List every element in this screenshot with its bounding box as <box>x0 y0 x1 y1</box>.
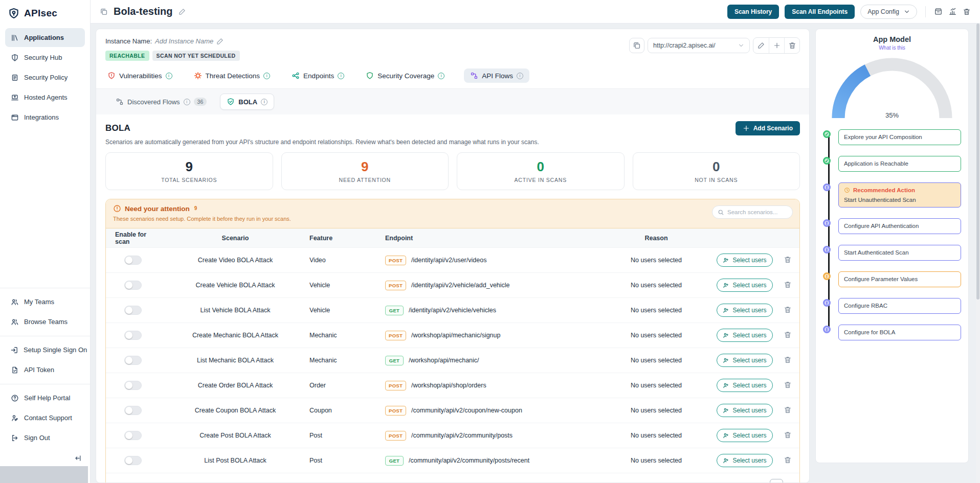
tab-discovered-flows[interactable]: Discovered Flows i 36 <box>109 94 213 109</box>
what-is-this-link[interactable]: What is this <box>816 45 968 51</box>
enable-scan-toggle[interactable] <box>124 281 142 290</box>
checklist-step[interactable]: Application is Reachable <box>838 156 961 172</box>
page-next-icon[interactable]: › <box>789 481 792 483</box>
sidebar-item-integrations[interactable]: Integrations <box>5 108 85 127</box>
add-url-button[interactable] <box>769 38 784 53</box>
tab-security-coverage[interactable]: Security Coveragei <box>364 68 447 83</box>
search-input[interactable] <box>727 209 787 215</box>
select-users-button[interactable]: Select users <box>717 404 772 417</box>
checklist-step[interactable]: Configure RBAC <box>838 298 961 314</box>
pencil-icon <box>758 42 765 49</box>
delete-row-icon[interactable] <box>784 431 792 439</box>
delete-app-icon[interactable] <box>963 8 971 16</box>
select-users-button[interactable]: Select users <box>717 454 772 467</box>
scan-all-endpoints-button[interactable]: Scan All Endpoints <box>785 5 855 19</box>
select-users-button[interactable]: Select users <box>717 254 772 267</box>
copy-icon[interactable] <box>100 8 108 16</box>
delete-row-icon[interactable] <box>784 331 792 339</box>
sidebar-item-my-teams[interactable]: My Teams <box>5 292 85 311</box>
sidebar-item-security-hub[interactable]: Security Hub <box>5 48 85 67</box>
app-config-button[interactable]: App Config <box>860 5 917 19</box>
sidebar-item-browse-teams[interactable]: Browse Teams <box>5 312 85 331</box>
delete-url-button[interactable] <box>784 38 799 53</box>
trash-icon <box>788 41 796 50</box>
stat-label: NOT IN SCANS <box>695 177 738 183</box>
sidebar-item-label: API Token <box>24 366 54 374</box>
tab-vulnerabilities[interactable]: Vulnerabilitiesi <box>105 68 174 83</box>
tab-bola[interactable]: BOLA i <box>220 94 274 110</box>
url-select[interactable]: http://crapi2.apisec.ai/ <box>648 38 750 53</box>
page-number[interactable]: 1 <box>770 479 783 483</box>
stat-card-active-in-scans: 0ACTIVE IN SCANS <box>457 152 625 190</box>
checklist-step[interactable]: Start Authenticated Scan <box>838 245 961 261</box>
select-users-button[interactable]: Select users <box>717 354 772 367</box>
tab-threat-detections[interactable]: Threat Detectionsi <box>192 68 273 83</box>
sidebar: APIsec ApplicationsSecurity HubSecurity … <box>0 0 91 483</box>
sidebar-item-hosted-agents[interactable]: Hosted Agents <box>5 88 85 107</box>
delete-row-icon[interactable] <box>784 381 792 389</box>
discovered-count-badge: 36 <box>194 98 207 106</box>
delete-row-icon[interactable] <box>784 356 792 364</box>
flow-icon <box>116 98 124 106</box>
enable-scan-toggle[interactable] <box>124 306 142 315</box>
edit-instance-icon[interactable] <box>216 38 224 45</box>
pending-circle-icon: ! <box>823 299 831 307</box>
select-users-button[interactable]: Select users <box>717 429 772 442</box>
enable-scan-toggle[interactable] <box>124 256 142 265</box>
reason-text: No users selected <box>629 282 684 289</box>
instance-name-placeholder[interactable]: Add Instance Name <box>155 37 213 45</box>
sidebar-nav-support: Self Help PortalContact SupportSign Out <box>0 388 90 447</box>
add-scenario-button[interactable]: Add Scenario <box>736 121 800 135</box>
scenario-name: Create Order BOLA Attack <box>196 382 275 389</box>
sidebar-item-label: Setup Single Sign On <box>24 346 87 354</box>
checklist-item-start-authenticated-scan: !Start Authenticated Scan <box>838 245 961 261</box>
enable-scan-toggle[interactable] <box>124 381 142 390</box>
select-users-button[interactable]: Select users <box>717 304 772 317</box>
sidebar-collapse[interactable] <box>0 448 90 466</box>
pending-circle-icon: ! <box>823 183 831 191</box>
shield-alert-icon <box>107 72 116 80</box>
enable-scan-toggle[interactable] <box>124 406 142 415</box>
tab-endpoints[interactable]: Endpointsi <box>289 68 346 83</box>
collapse-icon[interactable] <box>74 454 82 462</box>
enable-scan-toggle[interactable] <box>124 431 142 440</box>
delete-row-icon[interactable] <box>784 406 792 414</box>
archive-icon[interactable] <box>934 7 943 16</box>
people-icon <box>10 298 19 306</box>
select-users-button[interactable]: Select users <box>717 379 772 392</box>
checklist-step[interactable]: Recommended ActionStart Unauthenticated … <box>838 182 961 208</box>
delete-row-icon[interactable] <box>784 256 792 264</box>
enable-scan-toggle[interactable] <box>124 331 142 340</box>
sidebar-item-self-help-portal[interactable]: Self Help Portal <box>5 388 85 407</box>
delete-row-icon[interactable] <box>784 281 792 289</box>
edit-title-icon[interactable] <box>179 8 186 15</box>
copy-url-button[interactable] <box>629 38 644 53</box>
delete-row-icon[interactable] <box>784 306 792 314</box>
apisec-shield-icon <box>8 8 19 19</box>
sidebar-item-api-token[interactable]: API Token <box>5 360 85 379</box>
status-badges: REACHABLESCAN NOT YET SCHEDULED <box>105 51 240 61</box>
sidebar-item-sign-out[interactable]: Sign Out <box>5 428 85 447</box>
sidebar-item-contact-support[interactable]: Contact Support <box>5 408 85 427</box>
checklist-step[interactable]: Configure Parameter Values <box>838 271 961 287</box>
tab-api-flows[interactable]: API Flowsi <box>464 68 529 83</box>
sidebar-item-setup-single-sign-on[interactable]: Setup Single Sign On <box>5 340 85 359</box>
checklist-step[interactable]: Configure API Authentication <box>838 218 961 234</box>
checklist-step[interactable]: Explore your API Composition <box>838 129 961 145</box>
shield-check-icon <box>227 98 235 106</box>
scrollbar-thumb[interactable] <box>976 24 979 300</box>
analytics-icon[interactable] <box>948 7 957 16</box>
sidebar-item-security-policy[interactable]: Security Policy <box>5 68 85 87</box>
enable-scan-toggle[interactable] <box>124 456 142 465</box>
reason-text: No users selected <box>629 457 684 464</box>
scan-history-button[interactable]: Scan History <box>727 5 779 19</box>
enable-scan-toggle[interactable] <box>124 356 142 365</box>
page-prev-icon[interactable]: ‹ <box>761 481 764 483</box>
page-scrollbar[interactable] <box>976 0 980 483</box>
select-users-button[interactable]: Select users <box>717 279 772 292</box>
edit-url-button[interactable] <box>753 38 769 53</box>
select-users-button[interactable]: Select users <box>717 329 772 342</box>
delete-row-icon[interactable] <box>784 456 792 464</box>
checklist-step[interactable]: Configure for BOLA <box>838 325 961 340</box>
sidebar-item-applications[interactable]: Applications <box>5 28 85 47</box>
